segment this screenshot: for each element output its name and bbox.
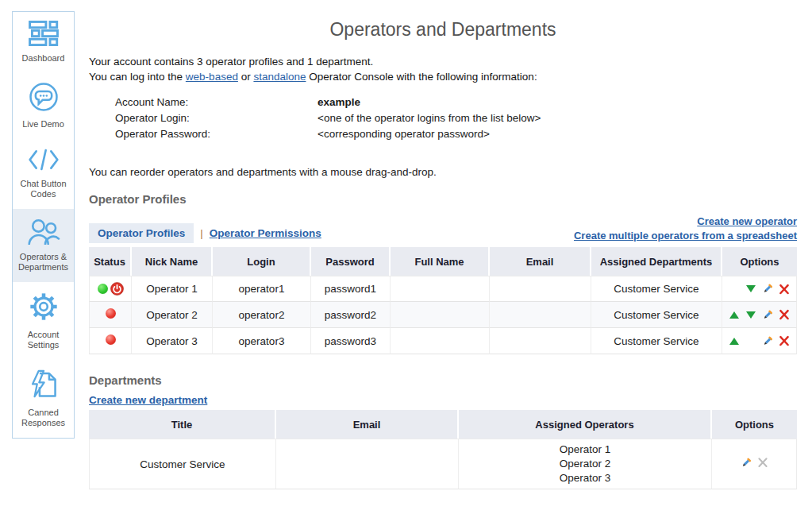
sidebar-item-label: Canned Responses	[15, 408, 71, 428]
delete-icon[interactable]	[779, 309, 790, 320]
options-cell	[722, 302, 797, 328]
nick-name-cell: Operator 3	[132, 328, 213, 354]
email-cell	[490, 276, 591, 302]
move-down-button[interactable]	[745, 284, 756, 295]
sidebar-item-live-demo[interactable]: Live Demo	[13, 73, 74, 139]
operator-login-row: Operator Login: <one of the operator log…	[115, 110, 797, 126]
operator-login-value: <one of the operator logins from the lis…	[317, 110, 541, 126]
code-icon	[28, 148, 60, 175]
department-operators-cell: Operator 1 Operator 2 Operator 3	[459, 439, 712, 489]
edit-icon[interactable]	[741, 457, 752, 468]
offline-status-icon	[106, 308, 116, 319]
online-status-icon	[98, 284, 108, 294]
full-name-cell	[391, 276, 490, 302]
tab-operator-profiles[interactable]: Operator Profiles	[89, 223, 194, 243]
col-assigned-departments: Assigned Departments	[591, 247, 722, 276]
create-new-department-link[interactable]: Create new department	[89, 394, 207, 406]
assigned-operator: Operator 1	[459, 443, 711, 457]
reorder-note: You can reorder operators and department…	[89, 166, 797, 178]
move-down-button[interactable]	[745, 309, 756, 320]
account-name-value: example	[317, 95, 360, 110]
nick-name-cell: Operator 2	[132, 302, 213, 328]
sidebar-item-dashboard[interactable]: Dashboard	[13, 12, 74, 73]
assigned-operator: Operator 3	[459, 471, 711, 485]
login-cell: operator3	[213, 328, 311, 354]
move-up-button[interactable]	[729, 309, 740, 320]
full-name-cell	[391, 302, 490, 328]
sidebar-item-label: Account Settings	[15, 330, 71, 350]
operator-row: Operator 3 operator3 password3 Customer …	[89, 328, 797, 354]
web-based-link[interactable]: web-based	[186, 71, 238, 83]
operator-password-value: <corresponding operator password>	[317, 126, 490, 142]
password-cell: password1	[311, 276, 391, 302]
col-nick-name: Nick Name	[132, 247, 213, 276]
department-options-cell	[712, 439, 797, 489]
tab-operator-permissions[interactable]: Operator Permissions	[210, 227, 321, 239]
department-email-cell	[276, 439, 459, 489]
col-email: Email	[490, 247, 591, 276]
account-name-label: Account Name:	[115, 95, 317, 110]
create-new-operator-link[interactable]: Create new operator	[697, 215, 797, 227]
status-cell	[89, 302, 132, 328]
offline-status-icon	[106, 334, 116, 345]
full-name-cell	[391, 328, 490, 354]
department-row: Customer Service Operator 1 Operator 2 O…	[89, 439, 797, 489]
delete-icon[interactable]	[779, 284, 790, 295]
sidebar-item-account-settings[interactable]: Account Settings	[13, 282, 74, 360]
create-multiple-operators-link[interactable]: Create multiple operators from a spreads…	[574, 230, 797, 242]
sidebar-item-chat-button-codes[interactable]: Chat Button Codes	[13, 139, 74, 209]
logoff-power-icon[interactable]	[110, 282, 124, 296]
gear-icon	[28, 291, 60, 326]
main-content: Operators and Departments Your account c…	[89, 0, 797, 489]
options-cell	[722, 328, 797, 354]
email-cell	[490, 302, 591, 328]
sidebar-item-label: Live Demo	[22, 119, 64, 130]
col-title: Title	[89, 410, 276, 439]
col-status: Status	[89, 247, 132, 276]
col-assigned-operators: Assigned Operators	[459, 410, 712, 439]
operator-password-label: Operator Password:	[115, 126, 317, 142]
col-email: Email	[276, 410, 459, 439]
edit-icon[interactable]	[762, 335, 773, 346]
edit-icon[interactable]	[762, 309, 773, 320]
email-cell	[490, 328, 591, 354]
delete-disabled-icon	[757, 457, 768, 468]
login-cell: operator1	[213, 276, 311, 302]
nick-name-cell: Operator 1	[132, 276, 213, 302]
canned-responses-icon	[29, 369, 59, 404]
page-title: Operators and Departments	[89, 19, 797, 41]
operator-row: Operator 1 operator1 password1 Customer …	[89, 276, 797, 302]
departments-heading: Departments	[89, 373, 797, 387]
operator-password-row: Operator Password: <corresponding operat…	[115, 126, 797, 142]
sidebar-item-canned-responses[interactable]: Canned Responses	[13, 360, 74, 438]
sidebar-item-operators-departments[interactable]: Operators & Departments	[13, 209, 74, 282]
account-name-row: Account Name: example	[115, 95, 797, 110]
assigned-departments-cell: Customer Service	[591, 276, 722, 302]
account-info: Account Name: example Operator Login: <o…	[115, 95, 797, 142]
tab-separator: |	[200, 227, 203, 239]
assigned-departments-cell: Customer Service	[591, 302, 722, 328]
edit-icon[interactable]	[762, 284, 773, 295]
delete-icon[interactable]	[779, 335, 790, 346]
options-cell	[722, 276, 797, 302]
departments-table: Title Email Assigned Operators Options C…	[89, 410, 797, 489]
col-options: Options	[712, 410, 797, 439]
col-login: Login	[213, 247, 311, 276]
login-cell: operator2	[213, 302, 311, 328]
move-up-button[interactable]	[729, 335, 740, 346]
operators-table-header: Status Nick Name Login Password Full Nam…	[89, 247, 797, 276]
tabs-and-links-row: Operator Profiles | Operator Permissions…	[89, 215, 797, 243]
sidebar: Dashboard Live Demo Chat Button Codes	[12, 11, 75, 439]
assigned-operator: Operator 2	[459, 457, 711, 471]
intro-line-1: Your account contains 3 operator profile…	[89, 54, 797, 69]
sidebar-item-label: Chat Button Codes	[15, 179, 71, 199]
status-cell	[89, 328, 132, 354]
assigned-departments-cell: Customer Service	[591, 328, 722, 354]
intro-line-2: You can log into the web-based or standa…	[89, 69, 797, 84]
operator-tabs: Operator Profiles | Operator Permissions	[89, 223, 321, 243]
col-options: Options	[722, 247, 797, 276]
standalone-link[interactable]: standalone	[253, 71, 306, 83]
operator-profiles-heading: Operator Profiles	[89, 192, 797, 206]
intro-text: Your account contains 3 operator profile…	[89, 54, 797, 84]
col-password: Password	[311, 247, 391, 276]
